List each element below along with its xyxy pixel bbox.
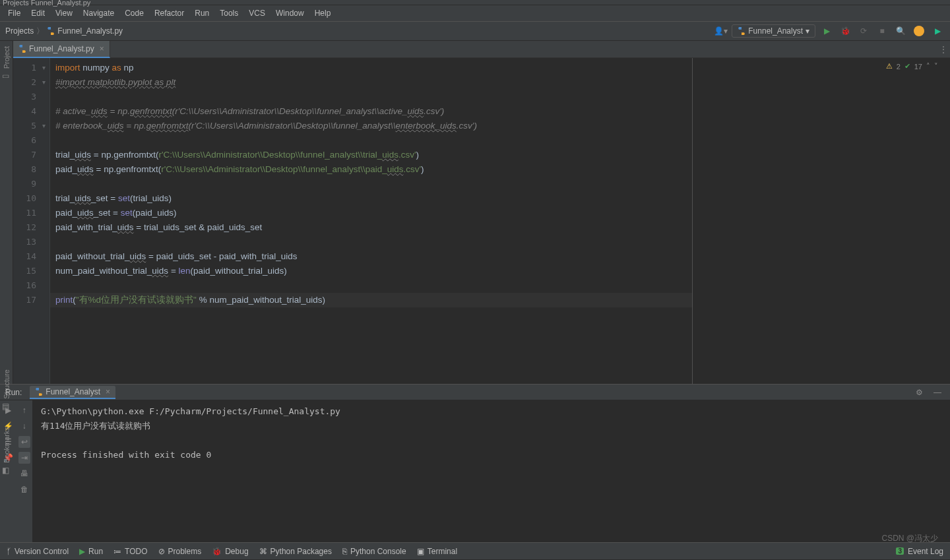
clear-icon[interactable]: 🗑: [18, 483, 30, 495]
bottom-tool-tabs: ᚶVersion Control ▶Run ≔TODO ⊘Problems 🐞D…: [0, 542, 950, 559]
chevron-down-icon: ▾: [806, 26, 809, 36]
typo-icon: ✔: [904, 62, 910, 71]
scroll-end-icon[interactable]: ⇥: [18, 452, 30, 464]
run-output[interactable]: G:\Python\python.exe F:/Pycharm/Projects…: [33, 400, 950, 542]
python-file-icon: [738, 27, 745, 35]
folder-icon[interactable]: ▭: [2, 71, 11, 80]
chevron-up-icon[interactable]: ˄: [926, 62, 930, 71]
branch-icon: ᚶ: [7, 547, 11, 556]
tab-python-packages[interactable]: ⌘Python Packages: [259, 547, 332, 556]
soft-wrap-icon[interactable]: ↩: [18, 436, 30, 448]
main-container: Project ▭ Funnel_Analyst.py × ⋮ 1▾2▾345▾…: [0, 41, 950, 384]
tab-todo[interactable]: ≔TODO: [113, 547, 147, 556]
menu-refactor[interactable]: Refactor: [149, 7, 189, 19]
sidebar-tab-structure[interactable]: Structure: [3, 369, 11, 399]
python-file-icon: [47, 27, 55, 35]
down-icon[interactable]: ↓: [18, 420, 30, 432]
close-tab-icon[interactable]: ×: [100, 44, 104, 53]
menu-tools[interactable]: Tools: [214, 7, 243, 19]
title-bar: Projects Funnel_Analyst.py: [0, 0, 950, 5]
run-config-name: Funnel_Analyst: [748, 26, 803, 36]
tab-debug[interactable]: 🐞Debug: [212, 547, 248, 556]
menu-help[interactable]: Help: [309, 7, 336, 19]
terminal-icon: ▣: [417, 547, 424, 556]
menu-window[interactable]: Window: [270, 7, 309, 19]
warning-icon: ⚠: [886, 62, 893, 71]
stop-button[interactable]: ■: [875, 24, 889, 38]
run-tab-label: Funnel_Analyst: [46, 387, 100, 396]
structure-icon[interactable]: ▤: [2, 402, 11, 411]
console-icon: ⎘: [342, 547, 347, 556]
warning-count: 2: [897, 63, 901, 71]
debug-button[interactable]: 🐞: [838, 24, 852, 38]
gear-icon[interactable]: ⚙: [912, 385, 926, 400]
breadcrumb: Projects 〉 Funnel_Analyst.py: [5, 26, 123, 37]
run-panel-header: Run: Funnel_Analyst × ⚙ —: [0, 385, 950, 400]
menu-edit[interactable]: Edit: [26, 7, 50, 19]
code-content[interactable]: import numpy as np#import matplotlib.pyp…: [50, 58, 692, 384]
coverage-button[interactable]: ⟳: [856, 24, 871, 38]
tab-run[interactable]: ▶Run: [79, 547, 103, 556]
up-icon[interactable]: ↑: [18, 404, 30, 416]
editor-right-margin: ⚠2 ✔17 ˄ ˅: [693, 58, 950, 384]
menu-navigate[interactable]: Navigate: [78, 7, 119, 19]
menu-file[interactable]: File: [3, 7, 26, 19]
python-file-icon: [18, 45, 26, 53]
tab-event-log[interactable]: Event Log: [908, 547, 943, 556]
tab-terminal[interactable]: ▣Terminal: [417, 547, 457, 556]
toolbar-right: 👤▾ Funnel_Analyst ▾ ▶ 🐞 ⟳ ■ 🔍 ▶: [713, 24, 945, 38]
gutter[interactable]: 1▾2▾345▾67891011121314151617: [13, 58, 50, 384]
tab-python-console[interactable]: ⎘Python Console: [342, 547, 406, 556]
event-log-count: 3: [896, 547, 904, 555]
run-config-dropdown[interactable]: Funnel_Analyst ▾: [732, 24, 815, 38]
menu-code[interactable]: Code: [119, 7, 149, 19]
bug-icon: 🐞: [212, 547, 222, 556]
run-button[interactable]: ▶: [819, 24, 834, 38]
inspection-badges[interactable]: ⚠2 ✔17 ˄ ˅: [886, 62, 938, 71]
run-panel-header-right: ⚙ —: [912, 385, 945, 400]
sidebar-tab-bookmarks[interactable]: Bookmarks: [3, 427, 11, 463]
add-config-icon[interactable]: 👤▾: [713, 24, 728, 38]
tab-version-control[interactable]: ᚶVersion Control: [7, 547, 69, 556]
file-tab[interactable]: Funnel_Analyst.py ×: [13, 41, 110, 58]
print-icon[interactable]: 🖶: [18, 468, 30, 480]
editor-area: Funnel_Analyst.py × ⋮ 1▾2▾345▾6789101112…: [13, 41, 950, 384]
menu-view[interactable]: View: [50, 7, 78, 19]
menu-vcs[interactable]: VCS: [243, 7, 270, 19]
run-panel-body: ▶ ⚡ ☰ 📌 ↑ ↓ ↩ ⇥ 🖶 🗑 G:\Python\python.exe…: [0, 400, 950, 542]
problems-icon: ⊘: [158, 547, 165, 556]
breadcrumb-project[interactable]: Projects: [5, 26, 34, 36]
ide-features-icon[interactable]: ▶: [930, 24, 945, 38]
tab-problems[interactable]: ⊘Problems: [158, 547, 202, 556]
menu-bar: File Edit View Navigate Code Refactor Ru…: [0, 5, 950, 21]
title-text: Projects Funnel_Analyst.py: [3, 0, 90, 7]
python-file-icon: [35, 388, 43, 396]
play-icon: ▶: [79, 547, 85, 556]
file-tab-label: Funnel_Analyst.py: [29, 44, 94, 53]
left-sidebar-lower: Structure ▤ Bookmarks ◧: [0, 369, 13, 475]
breadcrumb-file[interactable]: Funnel_Analyst.py: [57, 26, 123, 36]
sidebar-tab-project[interactable]: Project: [3, 46, 11, 69]
run-panel: Run: Funnel_Analyst × ⚙ — ▶ ⚡ ☰ 📌 ↑ ↓: [0, 384, 950, 542]
chevron-down-icon[interactable]: ˅: [934, 62, 938, 71]
tab-overflow-icon[interactable]: ⋮: [939, 45, 947, 54]
file-tabs: Funnel_Analyst.py × ⋮: [13, 41, 950, 58]
minimize-icon[interactable]: —: [930, 385, 945, 400]
editor-body: 1▾2▾345▾67891011121314151617 import nump…: [13, 58, 950, 384]
left-sidebar: Project ▭: [0, 41, 13, 384]
chevron-right-icon: 〉: [36, 26, 44, 37]
todo-icon: ≔: [113, 547, 121, 556]
typo-count: 17: [914, 63, 922, 71]
updates-icon[interactable]: [912, 24, 926, 38]
navigation-bar: Projects 〉 Funnel_Analyst.py 👤▾ Funnel_A…: [0, 21, 950, 41]
search-everywhere-icon[interactable]: 🔍: [893, 24, 908, 38]
menu-run[interactable]: Run: [189, 7, 214, 19]
run-panel-tab[interactable]: Funnel_Analyst ×: [30, 386, 115, 399]
close-tab-icon[interactable]: ×: [106, 387, 110, 396]
packages-icon: ⌘: [259, 547, 267, 556]
bookmarks-icon[interactable]: ◧: [2, 466, 11, 475]
